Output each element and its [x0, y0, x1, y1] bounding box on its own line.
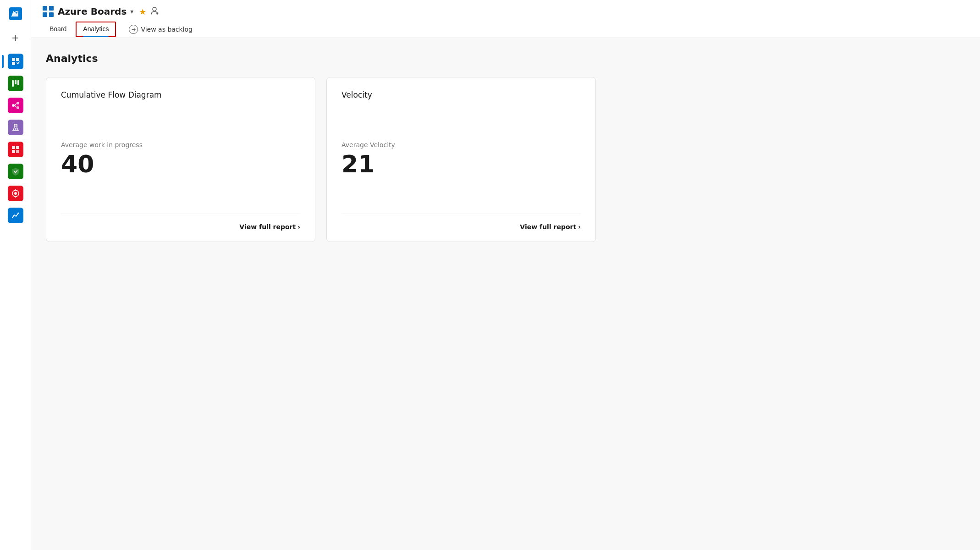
sidebar: + [0, 0, 31, 550]
svg-point-8 [17, 102, 19, 104]
svg-rect-14 [12, 146, 15, 149]
app-title-text: Azure Boards [58, 6, 127, 17]
page-content: Analytics Cumulative Flow Diagram Averag… [31, 38, 980, 550]
analytics-cards-grid: Cumulative Flow Diagram Average work in … [46, 77, 596, 242]
view-as-backlog-button[interactable]: → View as backlog [121, 21, 200, 38]
cumulative-flow-metric-label: Average work in progress [61, 141, 300, 148]
favorite-star-icon[interactable]: ★ [139, 7, 146, 16]
sidebar-item-artifact[interactable] [6, 139, 26, 160]
sidebar-item-pipeline[interactable] [6, 95, 26, 116]
velocity-metric-value: 21 [341, 151, 581, 177]
svg-rect-3 [12, 62, 15, 65]
view-backlog-label: View as backlog [141, 26, 193, 33]
cumulative-flow-metric-value: 40 [61, 151, 300, 177]
sidebar-item-azure-devops[interactable] [6, 4, 26, 24]
sidebar-item-red-tool[interactable] [6, 183, 26, 204]
tab-analytics[interactable]: Analytics [76, 22, 116, 37]
cumulative-flow-title: Cumulative Flow Diagram [61, 90, 300, 99]
velocity-metric-label: Average Velocity [341, 141, 581, 148]
sidebar-item-add[interactable]: + [6, 28, 26, 48]
svg-line-11 [15, 105, 17, 107]
svg-rect-23 [43, 6, 47, 11]
backlog-circle-icon: → [129, 25, 138, 34]
svg-rect-4 [12, 80, 14, 87]
svg-point-9 [17, 106, 19, 109]
cumulative-flow-card[interactable]: Cumulative Flow Diagram Average work in … [46, 77, 315, 242]
svg-line-10 [15, 104, 17, 105]
main-content: Azure Boards ▾ ★ Board Analytics → [31, 0, 980, 550]
tabs-bar: Board Analytics → View as backlog [42, 21, 969, 38]
svg-point-13 [15, 128, 17, 130]
grid-icon [42, 6, 54, 17]
svg-point-27 [153, 7, 156, 11]
svg-rect-6 [17, 80, 19, 85]
sidebar-item-kanban[interactable] [6, 73, 26, 94]
cumulative-flow-report-label: View full report [239, 223, 296, 231]
app-title: Azure Boards [58, 6, 127, 17]
cumulative-flow-report-link[interactable]: View full report › [239, 223, 300, 231]
svg-rect-16 [12, 150, 15, 153]
title-chevron-icon[interactable]: ▾ [130, 8, 133, 15]
velocity-report-link[interactable]: View full report › [520, 223, 581, 231]
svg-rect-2 [16, 58, 19, 61]
velocity-report-label: View full report [520, 223, 576, 231]
sidebar-item-boards[interactable] [6, 51, 26, 72]
page-title: Analytics [46, 53, 965, 64]
velocity-footer: View full report › [341, 214, 581, 231]
sidebar-item-security[interactable] [6, 161, 26, 182]
cumulative-flow-footer: View full report › [61, 214, 300, 231]
svg-point-22 [17, 213, 19, 214]
svg-rect-5 [15, 80, 17, 84]
velocity-title: Velocity [341, 90, 581, 99]
header: Azure Boards ▾ ★ Board Analytics → [31, 0, 980, 38]
tab-board[interactable]: Board [42, 22, 74, 37]
sidebar-item-analytics[interactable] [6, 205, 26, 226]
svg-point-7 [12, 104, 15, 107]
svg-rect-15 [16, 146, 19, 149]
sidebar-item-test[interactable] [6, 117, 26, 138]
person-icon[interactable] [150, 6, 159, 17]
svg-rect-25 [43, 12, 47, 17]
header-top: Azure Boards ▾ ★ [42, 6, 969, 17]
svg-point-19 [14, 192, 17, 195]
svg-rect-26 [49, 12, 54, 17]
svg-rect-1 [12, 58, 15, 61]
velocity-card[interactable]: Velocity Average Velocity 21 View full r… [326, 77, 596, 242]
cumulative-flow-chevron-icon: › [297, 223, 300, 231]
svg-rect-17 [16, 150, 19, 153]
velocity-chevron-icon: › [578, 223, 581, 231]
svg-rect-24 [49, 6, 54, 11]
